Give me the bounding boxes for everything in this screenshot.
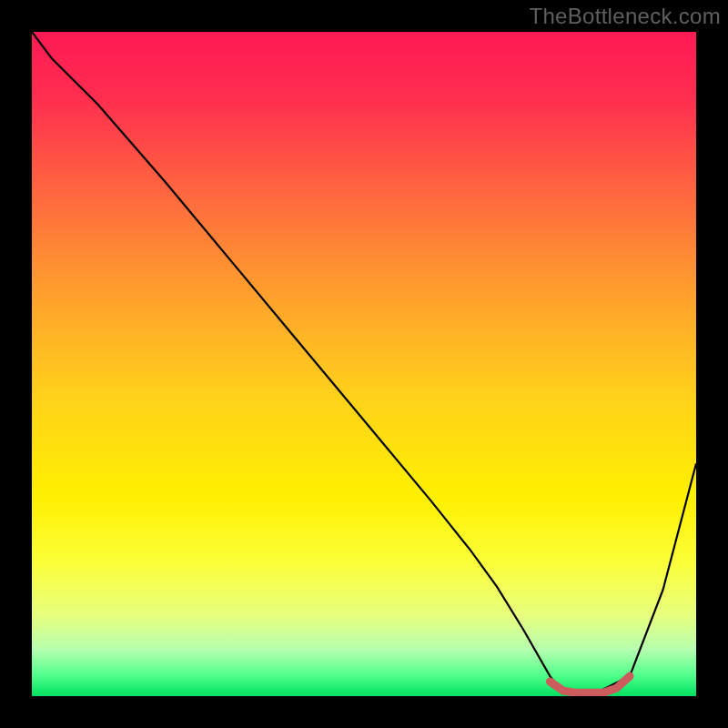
optimal-range-marker (550, 676, 630, 693)
plot-area (32, 32, 696, 696)
chart-frame: TheBottleneck.com (0, 0, 728, 728)
watermark-text: TheBottleneck.com (529, 4, 721, 29)
curve-layer (32, 32, 696, 696)
bottleneck-curve (32, 32, 696, 693)
